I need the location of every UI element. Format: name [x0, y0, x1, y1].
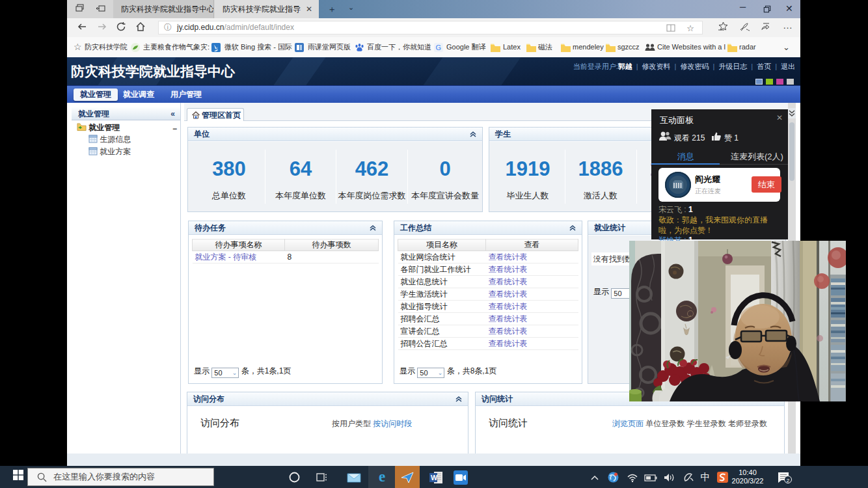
svg-text:W: W	[431, 474, 438, 481]
svg-text:2: 2	[787, 478, 790, 483]
svg-text:G: G	[436, 44, 442, 51]
